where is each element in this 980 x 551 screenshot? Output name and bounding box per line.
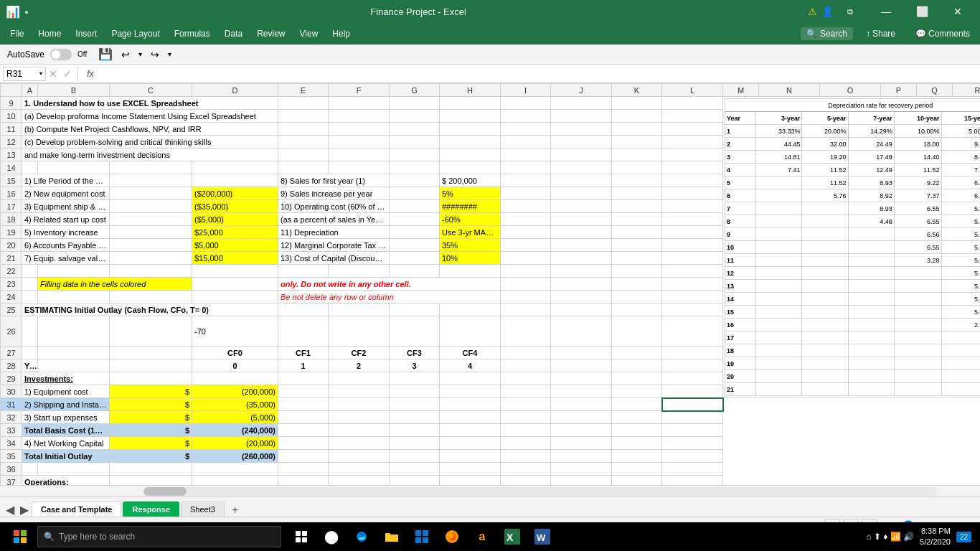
cell-e21[interactable]: 13) Cost of Capital (Discount Rate) [278,252,390,265]
menu-home[interactable]: Home [31,26,68,42]
cell-f9[interactable] [329,97,390,110]
cell-h21[interactable]: 10% [440,252,501,265]
menu-review[interactable]: Review [250,26,292,42]
close-button[interactable]: ✕ [941,0,974,23]
cell-d34[interactable]: (20,000) [192,437,278,450]
cell-e15[interactable]: 8) Sales for first year (1) [278,174,390,187]
cell-j9[interactable] [551,97,612,110]
cell-a25[interactable]: ESTIMATING Initial Outlay (Cash Flow, CF… [22,303,278,316]
cell-ref-dropdown[interactable]: ▾ [39,70,42,77]
notification-badge[interactable]: 22 [956,532,971,542]
save-icon[interactable]: 💾 [95,46,116,62]
cell-e27[interactable]: CF1 [278,347,329,359]
cell-h18[interactable]: -60% [440,213,501,226]
file-explorer-icon[interactable] [377,522,406,551]
cell-a30[interactable]: 1) Equipment cost [22,385,110,398]
window-controls[interactable]: ⧉ — ⬜ ✕ [834,0,974,23]
quick-access-more[interactable]: ▾ [165,49,174,60]
menu-pagelayout[interactable]: Page Layout [104,26,166,42]
cell-d35[interactable]: (260,000) [192,450,278,463]
cell-g9[interactable] [390,97,440,110]
cell-a33[interactable]: Total Basis Cost (1+2+3) [22,424,110,437]
menu-formulas[interactable]: Formulas [167,26,217,42]
cell-d19[interactable]: $25,000 [192,226,278,239]
cell-d31[interactable]: (35,000) [192,398,278,411]
cell-e24[interactable]: Be not delete any row or column [278,291,501,303]
menu-help[interactable]: Help [325,26,357,42]
col-header-h[interactable]: H [440,84,501,97]
cell-a11[interactable]: (b) Compute Net Project Cashflows, NPV, … [22,123,278,136]
cell-a16[interactable]: 2) New equipment cost [22,187,110,200]
scroll-thumb[interactable] [143,487,187,496]
horizontal-scrollbar[interactable] [0,485,980,496]
menu-search[interactable]: 🔍 Search [801,27,853,40]
cell-h19[interactable]: Use 3-yr MACRS [440,226,501,239]
cell-a13[interactable]: and make long-term investment decisions [22,149,278,161]
cell-a29[interactable]: Investments: [22,372,110,385]
undo-arrow[interactable]: ▾ [136,49,145,60]
col-header-o[interactable]: O [820,84,881,97]
cell-a35[interactable]: Total Initial Outlay [22,450,110,463]
cell-a15[interactable]: 1) Life Period of the Equipment = 4 year… [22,174,110,187]
add-sheet-left-btn[interactable]: ◀ [3,503,17,517]
menu-insert[interactable]: Insert [68,26,104,42]
cell-a32[interactable]: 3) Start up expenses [22,411,110,424]
add-sheet-right-btn[interactable]: ▶ [17,503,32,517]
cell-d21[interactable]: $15,000 [192,252,278,265]
col-header-p[interactable]: P [881,84,917,97]
cell-i9[interactable] [501,97,551,110]
menu-view[interactable]: View [293,26,326,42]
add-sheet-button[interactable]: + [226,504,244,517]
sheet-container[interactable]: A B C D E F G H I J K L M N O [0,83,980,485]
cell-a10[interactable]: (a) Develop proforma Income Statement Us… [22,110,278,123]
cell-a37[interactable]: Operations: [22,476,110,486]
cell-d28[interactable]: 0 [192,359,278,372]
cell-d16[interactable]: ($200,000) [192,187,278,200]
firefox-icon[interactable] [438,522,466,551]
col-header-n[interactable]: N [759,84,820,97]
cell-h16[interactable]: 5% [440,187,501,200]
restore-down-icon[interactable]: ⧉ [834,0,867,23]
cell-c30[interactable]: $ [110,385,192,398]
menu-file[interactable]: File [3,26,31,42]
cell-a31[interactable]: 2) Shipping and Install cost [22,398,110,411]
start-button[interactable] [3,522,37,551]
cell-r31[interactable] [662,398,723,411]
menu-data[interactable]: Data [217,26,250,42]
col-header-i[interactable]: I [501,84,551,97]
cell-d17[interactable]: ($35,000) [192,200,278,213]
cell-e16[interactable]: 9) Sales increase per year [278,187,390,200]
cell-e23[interactable]: only. Do not write in any other cell. [278,278,501,291]
cell-h9[interactable] [440,97,501,110]
col-header-m[interactable]: M [723,84,759,97]
cell-h15[interactable]: $ 200,000 [440,174,501,187]
cell-l9[interactable] [662,97,723,110]
col-header-g[interactable]: G [390,84,440,97]
col-header-k[interactable]: K [612,84,662,97]
cell-a19[interactable]: 5) Inventory increase [22,226,110,239]
col-header-e[interactable]: E [278,84,329,97]
col-header-q[interactable]: Q [917,84,953,97]
cell-a17[interactable]: 3) Equipment ship & install cost [22,200,110,213]
sheet-tab-sheet3[interactable]: Sheet3 [181,501,225,517]
undo-icon[interactable]: ↩ [118,47,133,62]
cell-a12[interactable]: (c) Develop problem-solving and critical… [22,136,278,149]
cell-g27[interactable]: CF3 [390,347,440,359]
col-header-l[interactable]: L [662,84,723,97]
col-header-c[interactable]: C [110,84,192,97]
cell-e18[interactable]: (as a percent of sales in Year 1) [278,213,390,226]
cell-d32[interactable]: (5,000) [192,411,278,424]
cell-c35[interactable]: $ [110,450,192,463]
autosave-toggle[interactable] [50,49,72,60]
amazon-icon[interactable]: a [468,522,496,551]
maximize-button[interactable]: ⬜ [905,0,938,23]
formula-input[interactable] [100,69,977,79]
cell-h28[interactable]: 4 [440,359,501,372]
cell-d18[interactable]: ($5,000) [192,213,278,226]
cell-d20[interactable]: $5,000 [192,239,278,252]
cortana-icon[interactable]: ⬤ [317,522,346,551]
store-icon[interactable] [407,522,436,551]
row-9-header[interactable]: 9 [1,97,22,110]
cell-g28[interactable]: 3 [390,359,440,372]
cell-e9[interactable] [278,97,329,110]
